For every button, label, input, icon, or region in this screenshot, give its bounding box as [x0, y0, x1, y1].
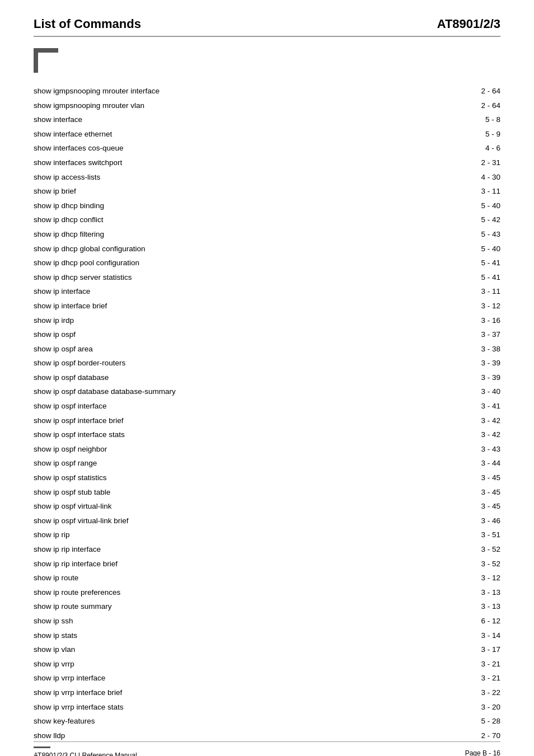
command-row: show lldp2 - 70: [34, 729, 500, 743]
footer-manual-title: AT8901/2/3 CLI Reference Manual: [34, 752, 137, 756]
command-name: show ip access-lists: [34, 171, 456, 184]
command-name: show ip ospf statistics: [34, 472, 456, 484]
command-page: 6 - 12: [456, 615, 500, 627]
command-row: show ip vrrp interface3 - 21: [34, 671, 500, 685]
command-row: show interface5 - 8: [34, 112, 500, 127]
command-row: show ip ospf virtual-link3 - 45: [34, 499, 500, 514]
command-row: show ip ospf stub table3 - 45: [34, 485, 500, 500]
command-row: show ip brief3 - 11: [34, 184, 500, 199]
command-row: show interface ethernet5 - 9: [34, 127, 500, 142]
command-row: show ip vrrp3 - 21: [34, 657, 500, 672]
command-list: show igmpsnooping mrouter interface2 - 6…: [34, 84, 500, 743]
command-row: show ip interface brief3 - 12: [34, 299, 500, 313]
command-name: show ip ospf: [34, 328, 456, 341]
command-name: show ip route summary: [34, 600, 456, 613]
command-name: show ip route: [34, 572, 456, 584]
command-page: 3 - 39: [456, 372, 500, 384]
command-page: 5 - 40: [456, 200, 500, 212]
command-page: 3 - 42: [456, 429, 500, 441]
command-page: 2 - 70: [456, 730, 500, 742]
command-name: show ip vrrp interface brief: [34, 687, 456, 699]
command-page: 3 - 52: [456, 558, 500, 570]
command-row: show interfaces switchport2 - 31: [34, 156, 500, 170]
command-name: show ip brief: [34, 185, 456, 198]
command-name: show interfaces switchport: [34, 157, 456, 169]
command-page: 3 - 13: [456, 600, 500, 613]
command-name: show ip ospf interface stats: [34, 429, 456, 441]
command-row: show ip ospf virtual-link brief3 - 46: [34, 514, 500, 528]
page-container: List of Commands AT8901/2/3 show igmpsno…: [0, 0, 534, 756]
command-page: 5 - 41: [456, 257, 500, 269]
command-row: show ip dhcp global configuration5 - 40: [34, 242, 500, 256]
command-row: show ip vlan3 - 17: [34, 642, 500, 657]
command-name: show ip rip interface brief: [34, 558, 456, 570]
command-name: show ip rip: [34, 529, 456, 541]
command-name: show ip ssh: [34, 615, 456, 627]
command-row: show ip vrrp interface brief3 - 22: [34, 685, 500, 700]
command-row: show ip irdp3 - 16: [34, 313, 500, 328]
header-title: List of Commands: [34, 17, 141, 31]
command-page: 3 - 45: [456, 486, 500, 499]
command-row: show ip ospf statistics3 - 45: [34, 471, 500, 485]
command-name: show ip ospf area: [34, 343, 456, 355]
command-name: show ip stats: [34, 630, 456, 642]
command-page: 4 - 30: [456, 171, 500, 184]
command-name: show ip ospf stub table: [34, 486, 456, 499]
command-name: show ip rip interface: [34, 543, 456, 556]
command-row: show ip ospf interface stats3 - 42: [34, 428, 500, 442]
command-page: 5 - 40: [456, 243, 500, 255]
command-name: show ip ospf range: [34, 457, 456, 469]
command-page: 3 - 46: [456, 515, 500, 527]
command-name: show ip vlan: [34, 644, 456, 656]
command-name: show ip ospf virtual-link: [34, 500, 456, 513]
command-page: 5 - 43: [456, 228, 500, 241]
command-row: show ip route preferences3 - 13: [34, 585, 500, 600]
command-row: show ip ospf interface brief3 - 42: [34, 414, 500, 428]
command-name: show ip route preferences: [34, 586, 456, 599]
command-row: show ip dhcp pool configuration5 - 41: [34, 256, 500, 270]
command-page: 3 - 51: [456, 529, 500, 541]
command-page: 5 - 9: [456, 128, 500, 140]
command-page: 2 - 31: [456, 157, 500, 169]
command-name: show ip dhcp conflict: [34, 214, 456, 226]
command-row: show ip dhcp conflict5 - 42: [34, 213, 500, 227]
command-page: 3 - 45: [456, 472, 500, 484]
command-name: show lldp: [34, 730, 456, 742]
command-page: 3 - 43: [456, 443, 500, 456]
command-page: 3 - 12: [456, 300, 500, 312]
page-header: List of Commands AT8901/2/3: [34, 17, 500, 37]
command-row: show ip interface3 - 11: [34, 284, 500, 299]
command-row: show ip route3 - 12: [34, 571, 500, 585]
command-row: show ip stats3 - 14: [34, 628, 500, 643]
command-row: show ip ospf3 - 37: [34, 327, 500, 342]
command-page: 3 - 42: [456, 415, 500, 427]
command-name: show ip ospf interface: [34, 400, 456, 412]
command-row: show ip route summary3 - 13: [34, 599, 500, 614]
command-name: show ip dhcp binding: [34, 200, 456, 212]
command-page: 3 - 13: [456, 586, 500, 599]
command-row: show key-features5 - 28: [34, 714, 500, 729]
command-page: 3 - 12: [456, 572, 500, 584]
command-row: show ip ospf range3 - 44: [34, 456, 500, 471]
command-row: show ip dhcp filtering5 - 43: [34, 227, 500, 242]
footer-page-number: Page B - 16: [465, 749, 500, 756]
command-row: show ip dhcp server statistics5 - 41: [34, 270, 500, 285]
command-name: show ip irdp: [34, 314, 456, 327]
command-page: 3 - 17: [456, 644, 500, 656]
command-row: show ip ospf interface3 - 41: [34, 399, 500, 414]
command-name: show interfaces cos-queue: [34, 142, 456, 154]
command-row: show ip dhcp binding5 - 40: [34, 199, 500, 213]
command-name: show ip vrrp interface: [34, 672, 456, 684]
command-name: show igmpsnooping mrouter interface: [34, 85, 456, 97]
footer-left-accent-line: AT8901/2/3 CLI Reference Manual: [34, 746, 137, 756]
command-name: show ip vrrp: [34, 658, 456, 670]
command-page: 2 - 64: [456, 100, 500, 112]
command-page: 3 - 52: [456, 543, 500, 556]
command-page: 3 - 11: [456, 185, 500, 198]
page-footer: AT8901/2/3 CLI Reference Manual Page B -…: [34, 741, 500, 756]
command-page: 5 - 8: [456, 114, 500, 126]
command-row: show ip ospf border-routers3 - 39: [34, 356, 500, 370]
command-page: 3 - 39: [456, 357, 500, 369]
command-page: 3 - 11: [456, 285, 500, 298]
header-model: AT8901/2/3: [437, 17, 500, 31]
